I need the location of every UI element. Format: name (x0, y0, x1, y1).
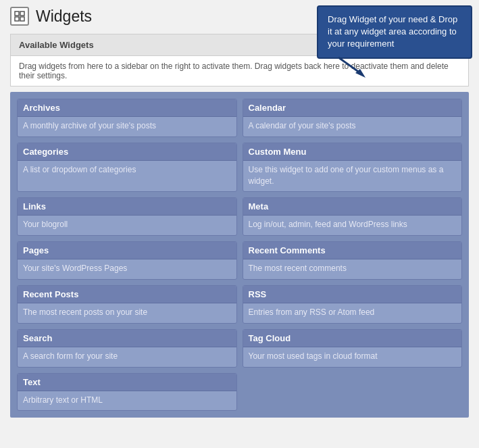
callout-tooltip: Drag Widget of your need & Drop it at an… (317, 5, 472, 59)
widget-desc-links: Your blogroll (18, 216, 236, 235)
svg-rect-3 (20, 11, 24, 16)
widget-item-archives[interactable]: ArchivesA monthly archive of your site's… (17, 99, 237, 137)
widget-desc-recent-comments: The most recent comments (243, 259, 462, 279)
widget-title-categories: Categories (18, 143, 236, 161)
widget-title-search: Search (18, 330, 236, 347)
widget-item-pages[interactable]: PagesYour site's WordPress Pages (17, 241, 237, 280)
widget-item-text[interactable]: TextArbitrary text or HTML (17, 373, 237, 412)
widget-item-categories[interactable]: CategoriesA list or dropdown of categori… (17, 143, 237, 193)
widget-title-text: Text (18, 374, 236, 391)
widget-item-calendar[interactable]: CalendarA calendar of your site's posts (243, 99, 463, 137)
widget-title-custom-menu: Custom Menu (243, 143, 462, 161)
svg-rect-5 (20, 17, 24, 21)
drag-instruction: Drag widgets from here to a sidebar on t… (10, 56, 469, 86)
widget-desc-text: Arbitrary text or HTML (18, 391, 236, 411)
widget-title-calendar: Calendar (243, 99, 462, 117)
widget-item-recent-posts[interactable]: Recent PostsThe most recent posts on you… (17, 285, 237, 324)
widgets-grid: ArchivesA monthly archive of your site's… (17, 99, 462, 411)
widget-desc-rss: Entries from any RSS or Atom feed (243, 303, 462, 323)
widget-desc-categories: A list or dropdown of categories (18, 161, 236, 180)
widgets-grid-container: ArchivesA monthly archive of your site's… (10, 92, 469, 418)
callout-arrow-icon (332, 54, 372, 78)
widget-item-recent-comments[interactable]: Recent CommentsThe most recent comments (243, 241, 463, 280)
widget-desc-calendar: A calendar of your site's posts (243, 117, 462, 136)
svg-rect-4 (15, 17, 19, 21)
widget-title-tag-cloud: Tag Cloud (243, 330, 462, 347)
page-wrapper: Drag Widget of your need & Drop it at an… (0, 0, 479, 448)
widget-title-pages: Pages (18, 242, 236, 259)
widgets-icon (10, 7, 29, 26)
widget-desc-tag-cloud: Your most used tags in cloud format (243, 347, 462, 367)
widget-item-meta[interactable]: MetaLog in/out, admin, feed and WordPres… (243, 197, 463, 236)
widget-item-rss[interactable]: RSSEntries from any RSS or Atom feed (243, 285, 463, 324)
widget-item-tag-cloud[interactable]: Tag CloudYour most used tags in cloud fo… (243, 329, 463, 368)
widget-desc-archives: A monthly archive of your site's posts (18, 117, 236, 136)
widget-desc-recent-posts: The most recent posts on your site (18, 303, 236, 323)
widget-desc-search: A search form for your site (18, 347, 236, 367)
widget-desc-custom-menu: Use this widget to add one of your custo… (243, 161, 462, 192)
widget-title-meta: Meta (243, 198, 462, 216)
widget-title-archives: Archives (18, 99, 236, 117)
widget-title-rss: RSS (243, 286, 462, 303)
widget-item-custom-menu[interactable]: Custom MenuUse this widget to add one of… (243, 143, 463, 193)
svg-rect-2 (15, 11, 19, 16)
widget-title-recent-comments: Recent Comments (243, 242, 462, 259)
widget-item-search[interactable]: SearchA search form for your site (17, 329, 237, 368)
widget-desc-pages: Your site's WordPress Pages (18, 259, 236, 279)
widget-title-links: Links (18, 198, 236, 216)
widget-title-recent-posts: Recent Posts (18, 286, 236, 303)
page-title: Widgets (36, 7, 92, 26)
widget-desc-meta: Log in/out, admin, feed and WordPress li… (243, 216, 462, 235)
widget-item-links[interactable]: LinksYour blogroll (17, 197, 237, 236)
callout-text: Drag Widget of your need & Drop it at an… (328, 14, 457, 49)
